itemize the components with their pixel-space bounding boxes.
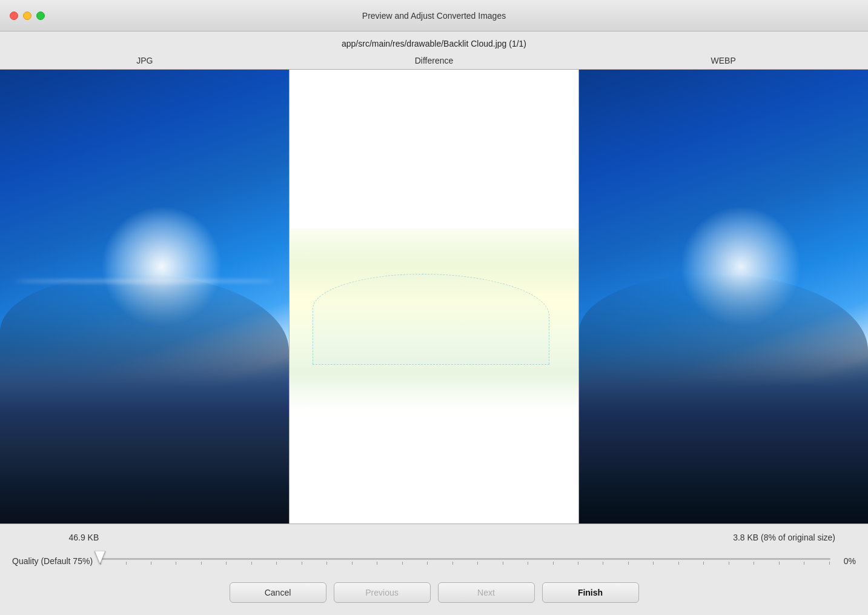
tick-4 <box>201 562 202 565</box>
jpg-size-label: 46.9 KB <box>12 533 434 542</box>
tick-22 <box>653 562 654 565</box>
tick-16 <box>503 562 503 565</box>
columns-header: JPG Difference WEBP <box>0 53 868 69</box>
webp-cloud-mass <box>579 274 868 524</box>
tick-12 <box>402 562 403 565</box>
window-title: Preview and Adjust Converted Images <box>362 11 506 21</box>
tick-29 <box>829 562 830 565</box>
svg-marker-0 <box>94 551 105 564</box>
quality-label: Quality (Default 75%) <box>12 556 93 566</box>
image-panels <box>0 69 868 524</box>
tick-1 <box>126 562 127 565</box>
size-row: 46.9 KB 3.8 KB (8% of original size) <box>12 530 856 545</box>
quality-row: Quality (Default 75%) <box>12 550 856 573</box>
tick-6 <box>251 562 252 565</box>
tick-23 <box>678 562 679 565</box>
diff-cloud-outline <box>313 274 549 365</box>
tick-8 <box>302 562 302 565</box>
jpg-image <box>0 70 289 524</box>
tick-7 <box>276 562 277 565</box>
jpg-panel <box>0 70 290 524</box>
jpg-cloud-edge <box>15 279 274 283</box>
tick-5 <box>226 562 227 565</box>
diff-panel <box>290 70 579 524</box>
tick-20 <box>603 562 603 565</box>
tick-26 <box>754 562 754 565</box>
file-path-label: app/src/main/res/drawable/Backlit Cloud.… <box>0 32 868 53</box>
tick-24 <box>703 562 704 565</box>
tick-14 <box>452 562 453 565</box>
diff-column-header: Difference <box>290 53 579 69</box>
cancel-button[interactable]: Cancel <box>230 582 326 603</box>
quality-slider-container <box>100 552 830 570</box>
jpg-cloud-mass <box>0 274 289 524</box>
webp-column-header: WEBP <box>578 53 868 69</box>
diff-top <box>290 70 578 251</box>
tick-13 <box>427 562 428 565</box>
diff-image <box>290 70 578 524</box>
tick-19 <box>578 562 578 565</box>
webp-image <box>579 70 868 524</box>
title-bar: Preview and Adjust Converted Images <box>0 0 868 32</box>
slider-thumb-icon <box>94 551 105 564</box>
buttons-row: Cancel Previous Next Finish <box>12 577 856 609</box>
tick-17 <box>528 562 528 565</box>
tick-25 <box>729 562 729 565</box>
finish-button[interactable]: Finish <box>542 582 639 603</box>
tick-11 <box>377 562 377 565</box>
webp-panel <box>579 70 868 524</box>
webp-size-label: 3.8 KB (8% of original size) <box>434 533 856 542</box>
previous-button[interactable]: Previous <box>334 582 431 603</box>
window-controls <box>10 12 45 20</box>
tick-28 <box>804 562 804 565</box>
footer-area: 46.9 KB 3.8 KB (8% of original size) Qua… <box>0 524 868 615</box>
minimize-button[interactable] <box>23 12 31 20</box>
next-button[interactable]: Next <box>438 582 535 603</box>
tick-21 <box>628 562 629 565</box>
tick-27 <box>779 562 780 565</box>
tick-2 <box>151 562 151 565</box>
jpg-column-header: JPG <box>0 53 290 69</box>
main-content: app/src/main/res/drawable/Backlit Cloud.… <box>0 32 868 615</box>
tick-10 <box>352 562 353 565</box>
close-button[interactable] <box>10 12 18 20</box>
quality-slider-thumb[interactable] <box>94 551 105 567</box>
quality-percent-label: 0% <box>838 556 856 566</box>
maximize-button[interactable] <box>36 12 45 20</box>
tick-15 <box>477 562 478 565</box>
tick-18 <box>553 562 554 565</box>
tick-9 <box>326 562 327 565</box>
tick-3 <box>176 562 176 565</box>
